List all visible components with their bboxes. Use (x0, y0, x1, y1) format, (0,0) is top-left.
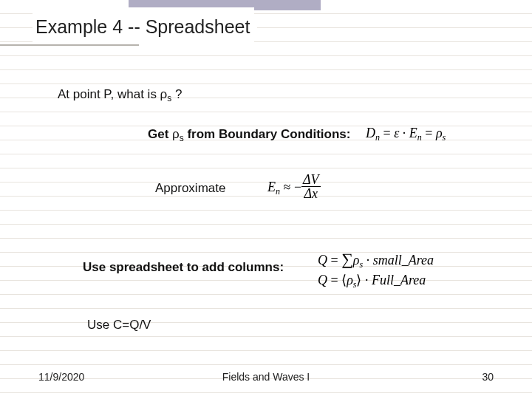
eq-rho: ρ (436, 126, 443, 140)
eq-E: E (409, 126, 417, 140)
eq-approx-sign: ≈ (280, 180, 294, 194)
eq-small: small (373, 253, 402, 267)
approximate-line: Approximate (155, 181, 225, 196)
eq-dx: Δx (301, 187, 321, 200)
eq-En: n (276, 186, 280, 197)
eq-D: D (366, 126, 375, 140)
rho-sub: s (180, 133, 184, 143)
eq-Q: Q (318, 273, 327, 287)
eq-dot: · (361, 273, 372, 287)
eq-rhos: s (359, 259, 363, 270)
eq-equals: = (422, 126, 436, 140)
eq-Q: Q (318, 253, 327, 267)
eq-sum: ∑ (341, 250, 353, 268)
eq-boundary: Dn = ε · En = ρs (366, 126, 446, 141)
boundary-cond-line: Get ρs from Boundary Conditions: (148, 127, 350, 142)
cqv-text: Use C=Q/V (87, 318, 151, 332)
q-pre: At point P, what is (58, 87, 160, 101)
spread-text: Use spreadsheet to add columns: (83, 260, 284, 274)
rho-symbol: ρ (172, 127, 180, 141)
eq-area: Area (409, 253, 434, 267)
eq-q-avg: Q = ⟨ρs⟩ · Full_Area (318, 272, 426, 288)
eq-full: Full (372, 273, 394, 287)
eq-fraction: ΔVΔx (301, 173, 321, 200)
question-line: At point P, what is ρs ? (58, 87, 182, 102)
eq-rhos: s (353, 279, 357, 290)
capacitance-line: Use C=Q/V (87, 318, 151, 332)
q-post: ? (171, 87, 182, 101)
eq-underscore: _ (394, 273, 400, 287)
bc-pre: Get (148, 127, 172, 141)
eq-En: n (417, 132, 422, 143)
eq-equals: = (327, 273, 341, 287)
rho-sub: s (167, 93, 171, 103)
rho-symbol: ρ (160, 87, 168, 101)
approx-text: Approximate (155, 181, 225, 195)
eq-dot: · (399, 126, 409, 140)
eq-underscore: _ (402, 253, 409, 267)
footer-page: 30 (482, 371, 494, 383)
title-text: Example 4 -- Spreadsheet (35, 16, 250, 37)
spreadsheet-line: Use spreadsheet to add columns: (83, 260, 284, 275)
eq-rhos: s (443, 132, 446, 143)
eq-approx: En ≈ −ΔVΔx (267, 174, 321, 202)
eq-minus: − (294, 180, 301, 194)
eq-E: E (267, 180, 276, 194)
eq-equals: = (380, 126, 394, 140)
eq-equals: = (327, 253, 341, 267)
eq-dV: ΔV (301, 173, 321, 187)
eq-Dn: n (375, 132, 380, 143)
eq-rho: ρ (347, 273, 353, 287)
eq-area: Area (400, 273, 426, 287)
bc-post: from Boundary Conditions: (184, 127, 351, 141)
eq-q-sum: Q = ∑ρs · small_Area (318, 250, 434, 269)
eq-dot: · (363, 253, 373, 267)
footer-course: Fields and Waves I (0, 371, 532, 383)
slide-title: Example 4 -- Spreadsheet (35, 16, 257, 38)
